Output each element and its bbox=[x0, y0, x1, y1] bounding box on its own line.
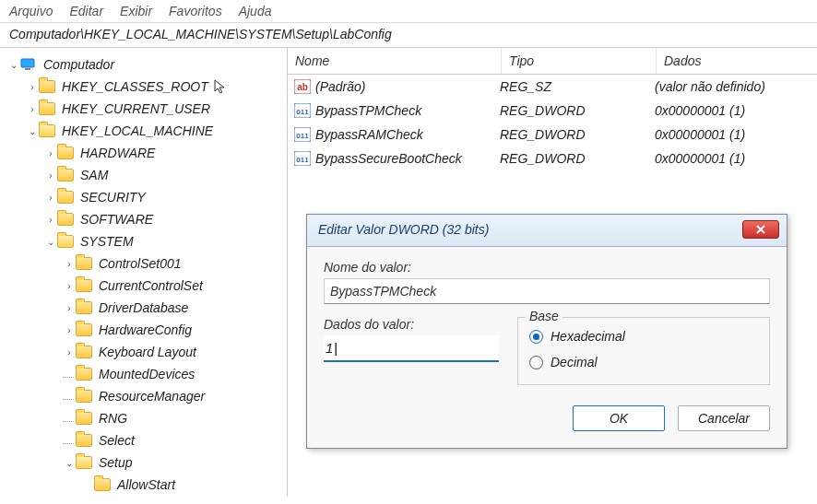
folder-icon bbox=[76, 257, 92, 270]
tree-item-resourcemanager[interactable]: ResourceManager bbox=[96, 388, 207, 404]
tree-item-mounteddevices[interactable]: MountedDevices bbox=[96, 366, 197, 382]
dword-value-icon: 011 bbox=[293, 102, 312, 119]
value-name: BypassTPMCheck bbox=[315, 103, 500, 118]
expand-icon[interactable]: › bbox=[44, 169, 57, 182]
radio-dec-label: Decimal bbox=[551, 355, 598, 369]
close-button[interactable] bbox=[742, 220, 779, 239]
expand-icon[interactable]: ⌄ bbox=[63, 456, 76, 469]
tree-item-software[interactable]: SOFTWARE bbox=[77, 211, 156, 228]
value-type: REG_SZ bbox=[500, 79, 655, 94]
value-row[interactable]: ab(Padrão)REG_SZ(valor não definido) bbox=[288, 75, 817, 99]
expand-icon[interactable]: › bbox=[63, 279, 76, 292]
value-name-label: Nome do valor: bbox=[324, 260, 770, 275]
column-headers: Nome Tipo Dados bbox=[288, 48, 817, 75]
value-data: (valor não definido) bbox=[655, 79, 817, 94]
expand-icon[interactable]: › bbox=[44, 213, 57, 226]
value-name-field[interactable]: BypassTPMCheck bbox=[324, 278, 770, 304]
value-row[interactable]: 011BypassTPMCheckREG_DWORD0x00000001 (1) bbox=[288, 99, 817, 123]
tree-line bbox=[63, 393, 74, 400]
tree-item-hardware[interactable]: HARDWARE bbox=[77, 145, 158, 161]
tree-item-allowstart[interactable]: AllowStart bbox=[114, 476, 178, 493]
menu-help[interactable]: Ajuda bbox=[239, 4, 272, 18]
tree-item-system[interactable]: SYSTEM bbox=[77, 233, 136, 250]
folder-icon bbox=[76, 346, 92, 358]
expand-icon[interactable]: › bbox=[63, 346, 76, 358]
expand-icon[interactable]: › bbox=[26, 80, 39, 93]
menu-view[interactable]: Exibir bbox=[120, 4, 152, 18]
expand-icon[interactable]: › bbox=[63, 301, 76, 314]
col-name[interactable]: Nome bbox=[288, 48, 502, 74]
tree-line bbox=[63, 415, 74, 422]
tree-item-keyboardlayout[interactable]: Keyboard Layout bbox=[96, 344, 199, 360]
folder-icon bbox=[39, 124, 55, 137]
ok-button[interactable]: OK bbox=[573, 405, 665, 431]
menu-edit[interactable]: Editar bbox=[69, 4, 103, 18]
tree-item-rng[interactable]: RNG bbox=[96, 410, 130, 427]
folder-icon bbox=[57, 235, 74, 248]
tree-item-hkcr[interactable]: HKEY_CLASSES_ROOT bbox=[59, 78, 211, 95]
tree-item-currentcontrolset[interactable]: CurrentControlSet bbox=[96, 277, 206, 294]
col-data[interactable]: Dados bbox=[657, 48, 817, 74]
base-legend: Base bbox=[526, 309, 562, 323]
expand-icon[interactable]: ⌄ bbox=[7, 58, 20, 71]
tree-item-sam[interactable]: SAM bbox=[77, 167, 111, 183]
expand-icon[interactable]: › bbox=[44, 147, 57, 159]
folder-icon bbox=[76, 301, 92, 314]
expand-icon[interactable]: › bbox=[63, 323, 76, 336]
value-type: REG_DWORD bbox=[500, 127, 655, 142]
folder-icon bbox=[76, 412, 92, 425]
value-name: BypassRAMCheck bbox=[315, 127, 500, 142]
tree-item-select[interactable]: Select bbox=[96, 432, 137, 449]
folder-icon bbox=[57, 213, 74, 226]
dword-value-icon: 011 bbox=[293, 150, 312, 167]
tree-line bbox=[63, 437, 74, 444]
radio-hexadecimal[interactable]: Hexadecimal bbox=[529, 323, 758, 349]
svg-rect-1 bbox=[25, 68, 30, 70]
svg-text:ab: ab bbox=[297, 82, 308, 92]
tree-item-security[interactable]: SECURITY bbox=[77, 189, 148, 205]
expand-icon[interactable]: › bbox=[63, 257, 76, 270]
edit-dword-dialog: Editar Valor DWORD (32 bits) Nome do val… bbox=[306, 214, 787, 449]
radio-icon bbox=[529, 330, 543, 344]
tree-item-hklm[interactable]: HKEY_LOCAL_MACHINE bbox=[59, 123, 216, 139]
computer-icon bbox=[20, 58, 37, 71]
value-data: 0x00000001 (1) bbox=[655, 151, 817, 166]
col-type[interactable]: Tipo bbox=[502, 48, 657, 74]
value-type: REG_DWORD bbox=[500, 151, 655, 166]
value-data: 0x00000001 (1) bbox=[655, 103, 817, 118]
value-row[interactable]: 011BypassSecureBootCheckREG_DWORD0x00000… bbox=[288, 147, 817, 170]
folder-icon bbox=[76, 456, 92, 469]
value-row[interactable]: 011BypassRAMCheckREG_DWORD0x00000001 (1) bbox=[288, 123, 817, 147]
tree-item-driverdatabase[interactable]: DriverDatabase bbox=[96, 299, 191, 316]
menu-favorites[interactable]: Favoritos bbox=[169, 4, 222, 18]
tree-line bbox=[63, 370, 74, 378]
expand-icon[interactable]: › bbox=[26, 102, 39, 115]
folder-icon bbox=[76, 279, 92, 292]
values-pane: Nome Tipo Dados ab(Padrão)REG_SZ(valor n… bbox=[288, 48, 817, 497]
dialog-titlebar[interactable]: Editar Valor DWORD (32 bits) bbox=[307, 215, 787, 247]
folder-icon bbox=[76, 434, 92, 447]
radio-icon bbox=[529, 356, 543, 369]
folder-icon bbox=[94, 478, 111, 491]
radio-hex-label: Hexadecimal bbox=[551, 329, 625, 344]
expand-icon[interactable]: › bbox=[44, 191, 57, 204]
tree-item-hardwareconfig[interactable]: HardwareConfig bbox=[96, 322, 195, 338]
expand-icon[interactable]: ⌄ bbox=[44, 235, 57, 248]
tree-item-computer[interactable]: Computador bbox=[41, 56, 117, 73]
value-data-input[interactable]: 1 bbox=[324, 335, 499, 362]
tree-item-setup[interactable]: Setup bbox=[96, 454, 136, 471]
tree-item-hkcu[interactable]: HKEY_CURRENT_USER bbox=[59, 100, 213, 117]
cancel-button[interactable]: Cancelar bbox=[678, 405, 770, 431]
tree-pane[interactable]: ⌄ Computador › HKEY_CLASSES_ROOT › HKEY_… bbox=[0, 48, 288, 497]
menu-file[interactable]: Arquivo bbox=[9, 4, 53, 18]
svg-text:011: 011 bbox=[296, 132, 309, 140]
address-bar[interactable]: Computador\HKEY_LOCAL_MACHINE\SYSTEM\Set… bbox=[0, 23, 817, 48]
svg-text:011: 011 bbox=[296, 156, 309, 164]
cursor-icon bbox=[213, 78, 228, 95]
value-name: (Padrão) bbox=[315, 79, 500, 94]
folder-icon bbox=[39, 80, 55, 93]
expand-icon[interactable]: ⌄ bbox=[26, 124, 39, 137]
folder-icon bbox=[57, 169, 74, 182]
radio-decimal[interactable]: Decimal bbox=[529, 349, 758, 375]
tree-item-controlset001[interactable]: ControlSet001 bbox=[96, 255, 184, 272]
